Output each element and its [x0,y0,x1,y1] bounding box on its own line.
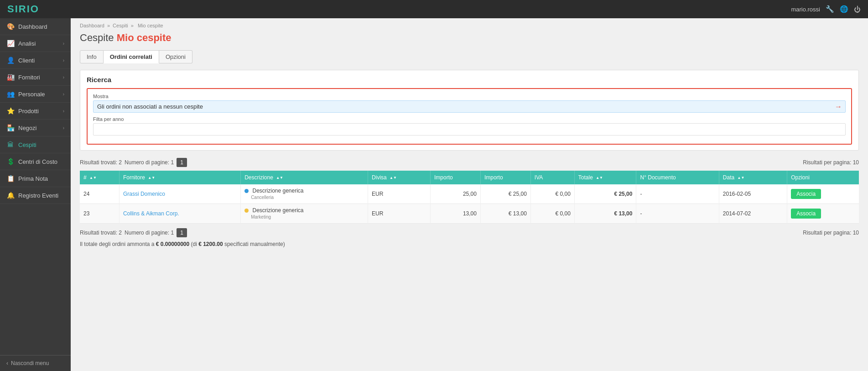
trovati-label: Risultati trovati: 2 [80,159,122,166]
dashboard-icon: 🎨 [6,23,15,30]
trovati-label-bottom: Risultati trovati: 2 [80,230,122,236]
col-descrizione: Descrizione ▲▼ [241,171,368,184]
filter-box: Mostra Gli ordini non associati a nessun… [87,88,852,145]
cell-data: 2014-07-02 [719,204,787,224]
page-btn-1[interactable]: 1 [177,158,187,167]
tab-opzioni[interactable]: Opzioni [159,50,192,63]
sidebar-item-dashboard[interactable]: 🎨 Dashboard [0,18,71,35]
sidebar-item-label: Cespiti [18,141,36,148]
data-table: # ▲▼ Fornitore ▲▼ Descrizione ▲▼ Divisa … [80,171,859,224]
desc-sub: Cancelleria [251,195,274,200]
cell-documento: - [636,204,719,224]
cell-importo: 13,00 [431,204,481,224]
associa-button[interactable]: Associa [791,209,821,219]
sidebar-item-label: Negozi [18,125,36,131]
cell-fornitore: Collins & Aikman Corp. [119,204,240,224]
sidebar-item-label: Clienti [18,57,35,64]
cell-importo: 25,00 [431,184,481,204]
col-opzioni: Opzioni [787,171,859,184]
registro-icon: 🔔 [6,192,15,199]
cell-opzioni: Associa [787,204,859,224]
cespiti-icon: 🏛 [6,141,15,148]
cell-divisa: EUR [368,204,431,224]
breadcrumb-dashboard[interactable]: Dashboard [80,23,104,28]
tab-info[interactable]: Info [80,50,104,63]
page-title-prefix: Cespite [80,32,114,43]
prima-nota-icon: 📋 [6,175,15,182]
numero-pagine-label-bottom: Numero di pagine: 1 [125,230,174,236]
breadcrumb-cespiti[interactable]: Cespiti [113,23,128,28]
sidebar-item-personale[interactable]: 👥 Personale › [0,86,71,103]
sidebar-item-label: Analisi [18,40,36,47]
per-pagina-label: Risultati per pagina: 10 [803,159,859,166]
sort-icon[interactable]: ▲▼ [737,176,744,180]
cell-descrizione: Descrizione generica Cancelleria [241,184,368,204]
chevron-left-icon: ‹ [6,360,8,366]
col-id: # ▲▼ [80,171,119,184]
anno-label: Filta per anno [93,116,846,122]
cell-iva: € 0,00 [530,184,574,204]
sort-icon[interactable]: ▲▼ [596,176,603,180]
mostra-select-wrapper: Gli ordini non associati a nessun cespit… [93,100,846,113]
sidebar-item-prima-nota[interactable]: 📋 Prima Nota [0,170,71,187]
page-title: Cespite Mio cespite [80,32,859,44]
sidebar-item-analisi[interactable]: 📈 Analisi › [0,35,71,52]
chevron-right-icon: › [63,41,64,46]
totale-value1: € 0.00000000 [156,241,189,247]
sort-icon[interactable]: ▲▼ [89,176,97,180]
topbar-right: mario.rossi 🔧 🌐 ⏻ [791,5,861,13]
fornitore-link[interactable]: Grassi Domenico [123,191,165,197]
mostra-select[interactable]: Gli ordini non associati a nessun cespit… [93,100,846,113]
cell-iva: € 0,00 [530,204,574,224]
sidebar-item-cespiti[interactable]: 🏛 Cespiti [0,136,71,153]
col-importo: Importo [431,171,481,184]
anno-input[interactable] [93,123,846,136]
desc-sub: Marketing [251,214,271,219]
globe-icon[interactable]: 🌐 [840,5,848,13]
col-documento: N° Documento [636,171,719,184]
results-info-bottom: Risultati trovati: 2 Numero di pagine: 1… [80,228,859,237]
cell-importo-eur: € 25,00 [480,184,530,204]
per-pagina-label-bottom: Risultati per pagina: 10 [803,230,859,236]
tabs: Info Ordini correlati Opzioni [80,50,859,63]
wrench-icon[interactable]: 🔧 [826,5,834,13]
totale-value2: € 1200.00 [198,241,223,247]
tab-ordini-correlati[interactable]: Ordini correlati [104,50,159,63]
topbar: SIRIO mario.rossi 🔧 🌐 ⏻ [0,0,868,18]
chevron-right-icon: › [63,75,64,80]
associa-button[interactable]: Associa [791,189,821,199]
sort-icon[interactable]: ▲▼ [390,176,397,180]
content-area: Dashboard » Cespiti » Mio cespite Cespit… [71,18,868,371]
hide-menu-button[interactable]: ‹ Nascondi menu [0,355,71,371]
page-btn-bottom-1[interactable]: 1 [177,228,187,237]
sidebar-item-clienti[interactable]: 👤 Clienti › [0,52,71,69]
cell-opzioni: Associa [787,184,859,204]
sidebar-item-negozi[interactable]: 🏪 Negozi › [0,120,71,136]
sidebar-item-prodotti[interactable]: ⭐ Prodotti › [0,103,71,120]
sort-icon[interactable]: ▲▼ [276,176,283,180]
analisi-icon: 📈 [6,40,15,47]
col-divisa: Divisa ▲▼ [368,171,431,184]
sidebar-item-label: Dashboard [18,23,47,30]
fornitore-link[interactable]: Collins & Aikman Corp. [123,210,179,217]
sidebar-item-label: Prima Nota [18,175,48,182]
col-data: Data ▲▼ [719,171,787,184]
numero-pagine-label: Numero di pagine: 1 [125,159,174,166]
mostra-row: Mostra Gli ordini non associati a nessun… [93,94,846,113]
cell-totale: € 25,00 [574,184,636,204]
power-icon[interactable]: ⏻ [854,5,861,13]
sidebar-item-label: Centri di Costo [18,158,57,165]
cell-totale: € 13,00 [574,204,636,224]
main-layout: 🎨 Dashboard 📈 Analisi › 👤 Clienti › 🏭 Fo… [0,18,868,371]
sidebar-item-fornitori[interactable]: 🏭 Fornitori › [0,69,71,86]
sort-icon[interactable]: ▲▼ [148,176,155,180]
results-info-top: Risultati trovati: 2 Numero di pagine: 1… [80,158,859,167]
sidebar-item-centri[interactable]: 💲 Centri di Costo [0,153,71,170]
cell-data: 2016-02-05 [719,184,787,204]
chevron-right-icon: › [63,58,64,63]
sidebar-item-registro[interactable]: 🔔 Registro Eventi [0,187,71,204]
sidebar-item-label: Personale [18,91,45,98]
cell-descrizione: Descrizione generica Marketing [241,204,368,224]
category-dot [244,209,249,213]
sidebar-item-label: Fornitori [18,74,40,81]
